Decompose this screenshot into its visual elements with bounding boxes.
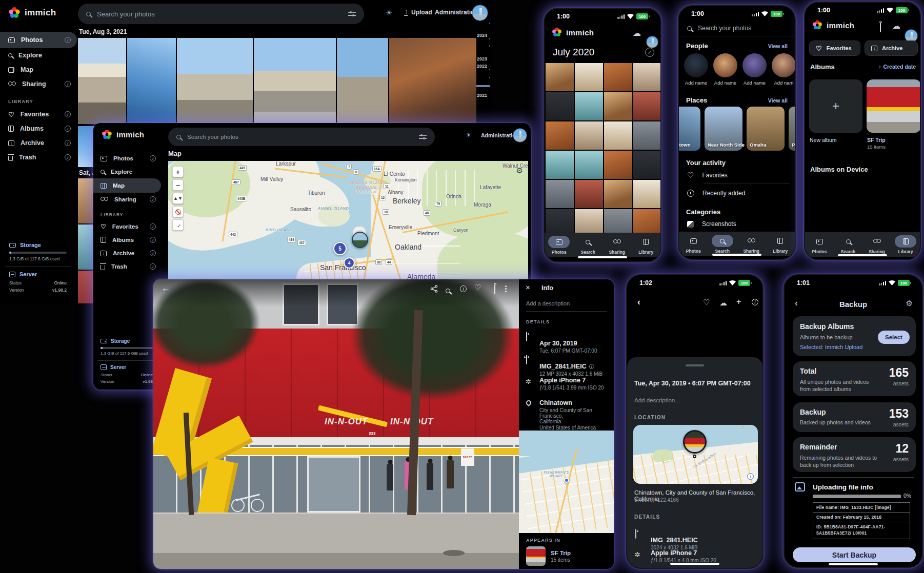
home-indicator[interactable] <box>578 256 627 259</box>
close-icon[interactable]: × <box>526 283 530 292</box>
nav-search[interactable]: Search <box>712 235 733 254</box>
photo-thumbnail[interactable] <box>337 38 388 124</box>
nav-library[interactable]: Library <box>895 235 916 254</box>
photo-thumbnail[interactable] <box>254 38 336 124</box>
location-map[interactable]: The Embarcadero San Francisco Ferry i <box>633 425 758 484</box>
places-row[interactable]: Chinatown Near North Side Omaha Pi <box>679 107 796 154</box>
upload-cloud-icon[interactable]: ☁ <box>719 298 727 307</box>
share-icon[interactable] <box>430 285 438 293</box>
favorites-button[interactable]: ♡Favorites <box>809 40 860 56</box>
user-avatar[interactable] <box>646 36 658 48</box>
favorites-row[interactable]: ♡Favorites <box>687 171 728 179</box>
favorite-heart-icon[interactable]: ♡ <box>474 283 481 292</box>
description-input[interactable]: Add description... <box>634 397 680 403</box>
trash-icon[interactable] <box>880 23 881 32</box>
sidebar-item-trash[interactable]: Trashi <box>0 150 77 165</box>
sidebar-item-albums[interactable]: Albumsi <box>93 233 161 247</box>
recently-added-row[interactable]: Recently added <box>687 190 745 197</box>
person-face[interactable] <box>713 53 737 77</box>
nav-search[interactable]: Search <box>837 235 859 254</box>
start-backup-button[interactable]: Start Backup <box>793 547 916 562</box>
photo-thumbnail[interactable] <box>389 38 476 124</box>
photo-map-marker[interactable] <box>683 430 707 454</box>
people-view-all[interactable]: View all <box>768 43 788 49</box>
photo-thumbnail[interactable] <box>177 38 253 124</box>
file-info-icon[interactable]: i <box>589 364 594 369</box>
places-view-all[interactable]: View all <box>768 97 788 104</box>
back-chevron-icon[interactable]: ‹ <box>637 297 640 308</box>
sidebar-item-map[interactable]: Map <box>0 63 77 77</box>
filter-icon[interactable] <box>348 11 356 17</box>
back-arrow-icon[interactable]: ← <box>162 283 170 294</box>
map-attribution-icon[interactable]: i <box>747 473 754 480</box>
info-icon[interactable]: i <box>460 285 467 292</box>
immich-logo[interactable]: immich <box>8 7 56 19</box>
theme-toggle-icon[interactable]: ☀ <box>386 8 392 17</box>
photo-thumbnail[interactable] <box>78 38 126 124</box>
home-indicator[interactable] <box>829 563 878 566</box>
person-face[interactable] <box>772 53 796 77</box>
sidebar-item-sharing[interactable]: Sharingi <box>93 193 161 206</box>
delete-icon[interactable] <box>494 285 495 294</box>
appears-in-album[interactable]: SF Trip15 items <box>526 546 609 566</box>
sidebar-item-photos[interactable]: Photosi <box>93 152 161 165</box>
sidebar-item-sharing[interactable]: Sharingi <box>0 77 77 91</box>
people-row[interactable]: Add name Add name Add name Add nam <box>684 53 796 86</box>
photo-grid[interactable] <box>546 63 661 233</box>
filter-icon[interactable] <box>419 134 427 140</box>
sidebar-item-trash[interactable]: Trashi <box>93 260 161 273</box>
sync-cloud-icon[interactable]: ☁ <box>633 29 641 37</box>
select-button[interactable]: Select <box>878 331 910 344</box>
person-face[interactable] <box>684 53 708 77</box>
search-input[interactable]: Search your photos <box>168 128 435 146</box>
nav-library[interactable]: Library <box>770 235 791 254</box>
layer-toggle-button[interactable] <box>172 206 184 217</box>
sidebar-item-favorites[interactable]: ♡Favoritesi <box>0 107 77 121</box>
scrubber-handle[interactable] <box>476 85 490 87</box>
place-card[interactable]: Omaha <box>747 107 785 151</box>
nav-photos[interactable]: Photos <box>548 236 570 255</box>
search-input[interactable]: Search your photos <box>687 25 751 32</box>
info-icon[interactable]: i <box>752 299 758 305</box>
sidebar-item-archive[interactable]: Archivei <box>93 247 161 260</box>
home-indicator[interactable] <box>838 254 887 257</box>
place-card[interactable]: Chinatown <box>679 107 700 151</box>
favorite-heart-icon[interactable]: ♡ <box>703 298 710 307</box>
sidebar-item-map[interactable]: Map <box>93 178 161 193</box>
sidebar-item-explore[interactable]: Explore <box>0 48 77 63</box>
nav-search[interactable]: Search <box>577 236 599 255</box>
new-album-tile[interactable]: + <box>809 79 862 133</box>
map-cluster-marker[interactable]: 4 <box>344 257 355 269</box>
map-cluster-marker[interactable]: 5 <box>333 242 347 255</box>
description-input[interactable]: Add a description <box>526 300 570 306</box>
info-map[interactable]: FISHERMAN'S WHARF <box>519 431 614 533</box>
home-indicator[interactable] <box>712 254 761 256</box>
home-indicator[interactable] <box>670 563 719 565</box>
album-tile-sf-trip[interactable] <box>867 79 921 133</box>
theme-toggle-icon[interactable]: ☀ <box>466 131 472 139</box>
place-card[interactable]: Near North Side <box>705 107 742 151</box>
sidebar-item-explore[interactable]: Explore <box>93 165 161 178</box>
map-settings-gear-icon[interactable]: ⚙ <box>516 166 523 175</box>
settings-gear-icon[interactable]: ⚙ <box>906 299 913 308</box>
nav-library[interactable]: Library <box>635 236 657 255</box>
map-photo-marker[interactable] <box>352 232 368 248</box>
nav-sharing[interactable]: Sharing <box>740 235 762 254</box>
zoom-icon[interactable] <box>446 289 450 293</box>
fullscreen-button[interactable]: ↔ <box>172 219 184 231</box>
nav-photos[interactable]: Photos <box>809 235 830 254</box>
nav-sharing[interactable]: Sharing <box>866 235 888 254</box>
compass-button[interactable]: ▲▼ <box>172 193 184 204</box>
sidebar-item-archive[interactable]: Archivei <box>0 136 77 150</box>
immich-logo[interactable]: immich <box>102 129 144 140</box>
user-avatar[interactable] <box>513 128 527 142</box>
person-face[interactable] <box>742 53 767 77</box>
photo-thumbnail[interactable] <box>127 38 176 124</box>
upload-button[interactable]: ↑ Upload <box>404 9 432 16</box>
select-all-icon[interactable]: ✓ <box>645 48 654 57</box>
sync-cloud-icon[interactable]: ☁ <box>892 22 900 30</box>
timeline-scrubber[interactable]: 2024 2023 2022 2021 <box>472 15 492 118</box>
add-icon[interactable]: + <box>736 297 741 306</box>
sidebar-item-albums[interactable]: Albumsi <box>0 121 77 136</box>
archive-button[interactable]: Archive <box>865 40 918 56</box>
